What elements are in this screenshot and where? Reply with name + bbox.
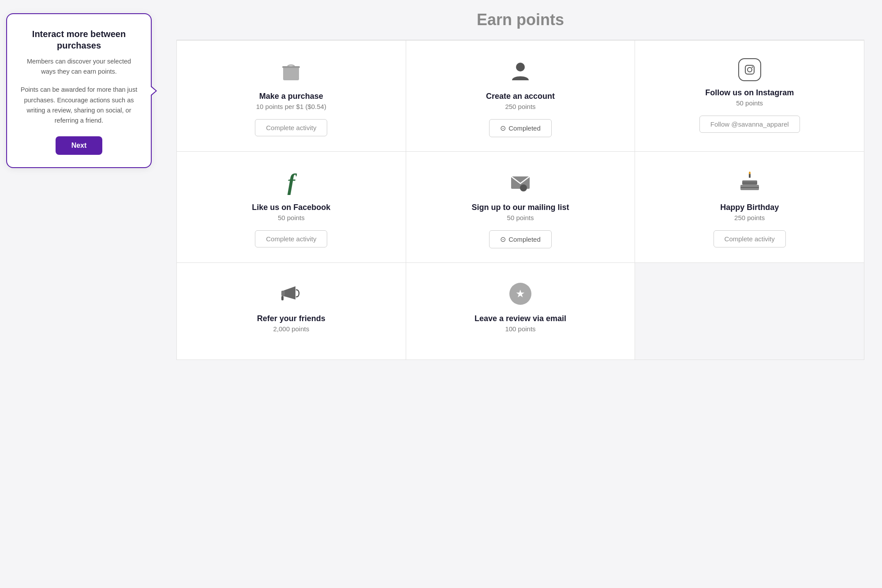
- email-icon: [507, 169, 534, 196]
- check-icon: ⊙: [500, 235, 506, 243]
- activity-points-like-facebook: 50 points: [278, 214, 305, 221]
- activity-card-create-an-account: Create an account 250 points ⊙ Completed: [406, 41, 635, 152]
- activity-name-make-a-purchase: Make a purchase: [259, 92, 323, 101]
- complete-activity-button-make-a-purchase[interactable]: Complete activity: [255, 119, 327, 136]
- activity-name-like-facebook: Like us on Facebook: [252, 203, 330, 212]
- activity-card-like-facebook: f Like us on Facebook 50 points Complete…: [177, 152, 406, 263]
- svg-rect-10: [742, 180, 757, 185]
- activity-points-happy-birthday: 250 points: [734, 214, 765, 221]
- follow-instagram-button[interactable]: Follow @savanna_apparel: [699, 116, 800, 133]
- svg-rect-15: [281, 296, 284, 300]
- activity-points-mailing-list: 50 points: [507, 214, 534, 221]
- activity-card-happy-birthday: Happy Birthday 250 points Complete activ…: [635, 152, 864, 263]
- svg-rect-1: [282, 66, 300, 68]
- svg-point-2: [516, 63, 525, 71]
- activity-card-make-a-purchase: Make a purchase 10 points per $1 ($0.54)…: [177, 41, 406, 152]
- star-circle-icon: ★: [507, 281, 534, 307]
- facebook-icon: f: [278, 169, 304, 196]
- svg-rect-0: [283, 67, 299, 80]
- completed-button-mailing-list[interactable]: ⊙ Completed: [489, 230, 552, 248]
- check-icon: ⊙: [500, 124, 506, 132]
- svg-point-7: [520, 184, 527, 191]
- activity-points-create-an-account: 250 points: [505, 103, 535, 110]
- activity-points-leave-review: 100 points: [505, 325, 535, 333]
- activity-name-mailing-list: Sign up to our mailing list: [471, 203, 569, 212]
- activity-card-leave-review: ★ Leave a review via email 100 points: [406, 263, 635, 360]
- svg-point-5: [751, 67, 753, 68]
- svg-point-4: [747, 67, 752, 72]
- person-icon: [507, 58, 534, 85]
- activity-points-follow-instagram: 50 points: [736, 99, 763, 107]
- activity-card-follow-instagram: Follow us on Instagram 50 points Follow …: [635, 41, 864, 152]
- megaphone-icon: [278, 281, 304, 307]
- activity-name-create-an-account: Create an account: [486, 92, 555, 101]
- svg-point-9: [749, 172, 751, 174]
- complete-activity-button-like-facebook[interactable]: Complete activity: [255, 230, 327, 247]
- activity-card-refer-friends: Refer your friends 2,000 points: [177, 263, 406, 360]
- completed-button-create-an-account[interactable]: ⊙ Completed: [489, 119, 552, 137]
- popover-tooltip: Interact more between purchases Members …: [6, 13, 152, 168]
- page-wrapper: Interact more between purchases Members …: [0, 0, 882, 588]
- activity-name-happy-birthday: Happy Birthday: [720, 203, 779, 212]
- activity-points-refer-friends: 2,000 points: [273, 325, 309, 333]
- popover-desc2: Points can be awarded for more than just…: [19, 85, 138, 126]
- activity-name-leave-review: Leave a review via email: [475, 314, 566, 323]
- svg-rect-14: [281, 291, 285, 296]
- popover-title: Interact more between purchases: [19, 28, 138, 51]
- next-button[interactable]: Next: [56, 136, 103, 155]
- activity-points-make-a-purchase: 10 points per $1 ($0.54): [256, 103, 326, 110]
- page-title: Earn points: [176, 11, 864, 29]
- activity-card-empty: [635, 263, 864, 360]
- bag-icon: [278, 58, 304, 85]
- instagram-icon: [738, 58, 761, 81]
- activity-name-follow-instagram: Follow us on Instagram: [705, 88, 794, 97]
- activity-name-refer-friends: Refer your friends: [257, 314, 325, 323]
- birthday-icon: [736, 169, 763, 196]
- activity-card-mailing-list: Sign up to our mailing list 50 points ⊙ …: [406, 152, 635, 263]
- popover-desc1: Members can discover your selected ways …: [19, 56, 138, 77]
- complete-activity-button-happy-birthday[interactable]: Complete activity: [714, 230, 786, 247]
- star-circle: ★: [509, 283, 531, 305]
- main-content: Earn points Make a purchase 10 points pe…: [159, 0, 882, 588]
- activities-grid: Make a purchase 10 points per $1 ($0.54)…: [176, 40, 864, 360]
